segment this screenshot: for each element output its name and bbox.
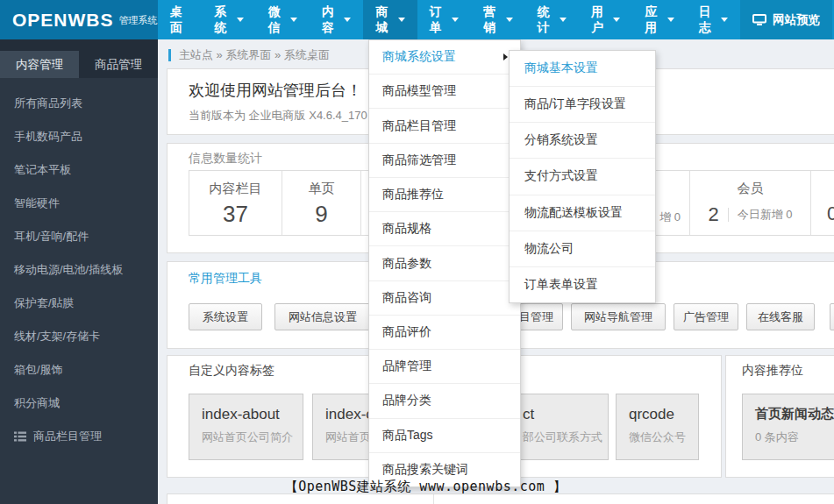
menu-item-product-review[interactable]: 商品评价 bbox=[369, 316, 520, 350]
menu-item-product-spec[interactable]: 商品规格 bbox=[369, 212, 520, 246]
site-nav-manage-button[interactable]: 网站导航管理 bbox=[571, 303, 666, 330]
nav-item-desktop[interactable]: 桌面 bbox=[158, 0, 202, 39]
nav-label: 日志 bbox=[699, 4, 716, 36]
menu-item-product-tags[interactable]: 商品Tags bbox=[369, 419, 520, 453]
partial-button[interactable] bbox=[830, 303, 834, 330]
nav-label: 系统 bbox=[214, 4, 231, 36]
nav-item-mall[interactable]: 商城 bbox=[363, 0, 417, 39]
sidebar-item-smart-hardware[interactable]: 智能硬件 bbox=[0, 187, 158, 220]
page-title: 欢迎使用网站管理后台！ bbox=[189, 80, 362, 101]
sidebar-item-case-film[interactable]: 保护套/贴膜 bbox=[0, 287, 158, 320]
logo[interactable]: OPENWBS 管理系统 bbox=[0, 0, 158, 39]
ad-manage-button[interactable]: 广告管理 bbox=[674, 303, 738, 330]
submenu-item-order-form-settings[interactable]: 订单表单设置 bbox=[510, 267, 655, 302]
nav-label: 营销 bbox=[483, 4, 500, 36]
nav-label: 商城 bbox=[375, 4, 392, 36]
sidebar: 内容管理 商品管理 所有商品列表 手机数码产品 笔记本平板 智能硬件 耳机/音响… bbox=[0, 39, 158, 504]
divider bbox=[728, 208, 729, 222]
menu-item-product-inquiry[interactable]: 商品咨询 bbox=[369, 281, 520, 316]
sidebar-item-label: 商品栏目管理 bbox=[33, 420, 102, 453]
tab-content-manage[interactable]: 内容管理 bbox=[0, 51, 79, 78]
tab-product-manage[interactable]: 商品管理 bbox=[79, 51, 158, 78]
logo-suffix: 管理系统 bbox=[119, 14, 158, 27]
stat-row: 2 今日新增 0 bbox=[690, 203, 810, 226]
menu-item-product-filter[interactable]: 商品筛选管理 bbox=[369, 144, 520, 178]
nav-label: 微信 bbox=[268, 4, 285, 36]
nav-item-content[interactable]: 内容 bbox=[310, 0, 363, 39]
submenu-item-product-order-fields[interactable]: 商品/订单字段设置 bbox=[510, 87, 655, 123]
sidebar-item-phone-digital[interactable]: 手机数码产品 bbox=[0, 120, 158, 153]
stat-fragment: 增 0 bbox=[659, 209, 681, 225]
tag-title: index-about bbox=[202, 406, 303, 423]
tag-card-qrcode[interactable]: qrcode 微信公众号 bbox=[616, 394, 699, 460]
menu-item-product-model[interactable]: 商品模型管理 bbox=[369, 75, 520, 109]
recommend-card-home-news[interactable]: 首页新闻动态 0 条内容 bbox=[742, 394, 834, 460]
chevron-down-icon bbox=[560, 18, 567, 22]
nav-item-apps[interactable]: 应用 bbox=[632, 0, 686, 39]
nav-item-logs[interactable]: 日志 bbox=[687, 0, 740, 39]
nav-label: 桌面 bbox=[170, 4, 189, 36]
submenu-item-shipping-template[interactable]: 物流配送模板设置 bbox=[510, 195, 655, 231]
list-icon bbox=[14, 431, 26, 442]
sidebar-item-cable-stand-storage[interactable]: 线材/支架/存储卡 bbox=[0, 320, 158, 353]
chevron-down-icon bbox=[613, 18, 620, 22]
nav-item-users[interactable]: 用户 bbox=[579, 0, 632, 39]
site-info-settings-button[interactable]: 网站信息设置 bbox=[274, 303, 371, 330]
stat-cell-member: 会员 2 今日新增 0 bbox=[690, 171, 811, 235]
logo-text: OPENWBS bbox=[12, 10, 114, 31]
sidebar-item-headphone-audio[interactable]: 耳机/音响/配件 bbox=[0, 220, 158, 253]
sidebar-item-product-category-manage[interactable]: 商品栏目管理 bbox=[0, 420, 158, 453]
nav-item-marketing[interactable]: 营销 bbox=[471, 0, 524, 39]
top-navbar: OPENWBS 管理系统 桌面 系统 微信 内容 商城 订单 营销 统计 用户 … bbox=[0, 0, 834, 39]
system-settings-button[interactable]: 系统设置 bbox=[189, 303, 262, 330]
online-service-button[interactable]: 在线客服 bbox=[746, 303, 815, 330]
sidebar-tabs: 内容管理 商品管理 bbox=[0, 39, 158, 78]
chevron-down-icon bbox=[721, 18, 728, 22]
nav-item-order[interactable]: 订单 bbox=[417, 0, 471, 39]
nav-label: 统计 bbox=[538, 4, 554, 36]
breadcrumb-bar bbox=[168, 49, 171, 61]
breadcrumb[interactable]: 主站点 » 系统界面 » 系统桌面 bbox=[168, 47, 330, 63]
stat-cell-content-category: 内容栏目 37 bbox=[189, 171, 282, 235]
nav-item-statistics[interactable]: 统计 bbox=[525, 0, 579, 39]
stat-value: 37 bbox=[189, 201, 282, 228]
stat-value: 2 bbox=[708, 203, 718, 226]
recommend-title: 首页新闻动态 bbox=[755, 406, 834, 422]
menu-label: 商城系统设置 bbox=[382, 49, 456, 65]
sidebar-item-laptop-tablet[interactable]: 笔记本平板 bbox=[0, 153, 158, 187]
nav-label: 用户 bbox=[591, 4, 608, 36]
recommend-sub: 0 条内容 bbox=[755, 429, 834, 445]
menu-item-brand-manage[interactable]: 品牌管理 bbox=[369, 350, 520, 384]
nav-menu: 桌面 系统 微信 内容 商城 订单 营销 统计 用户 应用 日志 bbox=[158, 0, 740, 39]
stat-label: 会员 bbox=[690, 181, 810, 197]
submenu-item-payment-settings[interactable]: 支付方式设置 bbox=[510, 159, 655, 195]
submenu-item-distribution-settings[interactable]: 分销系统设置 bbox=[510, 123, 655, 159]
sidebar-item-power-battery[interactable]: 移动电源/电池/插线板 bbox=[0, 253, 158, 287]
nav-item-system[interactable]: 系统 bbox=[202, 0, 255, 39]
watermark: 【OpenWBS建站系统 www.openwbs.com 】 bbox=[18, 479, 834, 495]
menu-item-mall-system-settings[interactable]: 商城系统设置 bbox=[369, 40, 520, 75]
menu-item-product-category[interactable]: 商品栏目管理 bbox=[369, 109, 520, 143]
menu-item-product-recommend[interactable]: 商品推荐位 bbox=[369, 178, 520, 212]
stat-label: 单页 bbox=[282, 181, 360, 197]
stat-label: 内容栏目 bbox=[189, 181, 282, 197]
stat-extra: 今日新增 0 bbox=[738, 207, 793, 223]
chevron-down-icon bbox=[344, 18, 351, 22]
menu-item-product-params[interactable]: 商品参数 bbox=[369, 246, 520, 280]
nav-item-wechat[interactable]: 微信 bbox=[256, 0, 310, 39]
recommend-panel: 内容推荐位 首页新闻动态 0 条内容 bbox=[725, 355, 834, 478]
mall-dropdown-menu: 商城系统设置 商品模型管理 商品栏目管理 商品筛选管理 商品推荐位 商品规格 商… bbox=[368, 39, 521, 487]
nav-label: 应用 bbox=[645, 4, 661, 36]
sidebar-item-points-mall[interactable]: 积分商城 bbox=[0, 387, 158, 420]
sidebar-item-bags-apparel[interactable]: 箱包/服饰 bbox=[0, 353, 158, 387]
submenu-item-logistics-company[interactable]: 物流公司 bbox=[510, 231, 655, 267]
sidebar-item-all-products[interactable]: 所有商品列表 bbox=[0, 87, 158, 120]
admin-page: OPENWBS 管理系统 桌面 系统 微信 内容 商城 订单 营销 统计 用户 … bbox=[0, 0, 834, 504]
site-preview-button[interactable]: 网站预览 bbox=[740, 0, 832, 39]
stat-value: 0 bbox=[827, 202, 834, 225]
menu-item-brand-category[interactable]: 品牌分类 bbox=[369, 384, 520, 418]
stat-cell-single-page: 单页 9 bbox=[282, 171, 361, 235]
tag-title: qrcode bbox=[629, 406, 698, 423]
tag-card-index-about[interactable]: index-about 网站首页公司简介 bbox=[189, 394, 303, 460]
submenu-item-mall-basic-settings[interactable]: 商城基本设置 bbox=[510, 51, 655, 87]
